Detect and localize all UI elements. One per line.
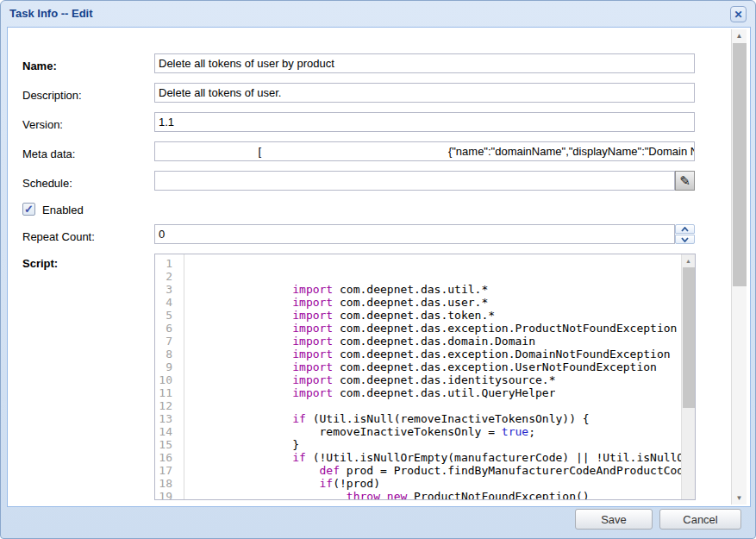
line-number: 16 [155,451,178,464]
code-text: if (Util.isNull(removeInactiveTokensOnly… [184,412,590,425]
line-number: 9 [155,360,178,373]
dialog-scrollbar[interactable]: ▲ ▼ [731,29,747,505]
code-text: if(!prod) [184,477,380,490]
code-text: import com.deepnet.das.domain.Domain [184,335,535,348]
schedule-edit-button[interactable]: ✎ [675,171,695,191]
name-label: Name: [22,60,57,72]
code-text: import com.deepnet.das.identitysource.* [184,373,555,386]
meta-data-input[interactable]: [ {"name":"domainName","displayName":"Do… [154,141,695,161]
line-number: 8 [155,348,178,360]
code-text: import com.deepnet.das.util.QueryHelper [184,386,555,399]
cancel-button[interactable]: Cancel [659,509,741,530]
code-text: import com.deepnet.das.user.* [184,296,488,309]
code-line: 1 [155,257,681,270]
editor-scrollbar[interactable]: ▲ [681,254,695,499]
pencil-icon: ✎ [679,173,690,189]
dialog-titlebar[interactable]: Task Info -- Edit ✕ [1,1,755,27]
code-line: 6 import com.deepnet.das.exception.Produ… [155,322,681,335]
code-line: 16 if (!Util.isNullOrEmpty(manufacturerC… [155,451,681,464]
scroll-up-icon[interactable]: ▲ [682,254,695,266]
code-text: import com.deepnet.das.exception.UserNot… [184,360,657,373]
spinner-up-button[interactable] [675,224,695,234]
code-text: import com.deepnet.das.util.* [184,283,488,296]
code-text: removeInactiveTokensOnly = true; [184,425,535,438]
code-text: import com.deepnet.das.exception.Product… [184,322,677,335]
description-input[interactable]: Delete all tokens of user. [154,83,695,103]
code-line: 11 import com.deepnet.das.util.QueryHelp… [155,386,681,399]
code-text: throw new ProductNotFoundException() [184,490,590,500]
code-text: if (!Util.isNullOrEmpty(manufacturerCode… [184,451,681,464]
line-number: 2 [155,270,178,283]
code-line: 9 import com.deepnet.das.exception.UserN… [155,360,681,373]
code-line: 8 import com.deepnet.das.exception.Domai… [155,348,681,360]
line-number: 1 [155,257,178,270]
editor-scrollbar-thumb[interactable] [683,267,695,408]
line-number: 15 [155,438,178,451]
line-number: 10 [155,373,178,386]
description-label: Description: [22,89,82,102]
line-number: 3 [155,283,178,296]
code-line: 12 [155,399,681,412]
close-button[interactable]: ✕ [730,6,747,22]
spinner-down-button[interactable] [675,235,695,244]
script-lines: 123 import com.deepnet.das.util.*4 impor… [155,257,681,500]
version-input[interactable]: 1.1 [154,112,695,132]
enabled-checkbox[interactable]: ✓ [22,203,35,216]
repeat-count-input[interactable]: 0 [154,224,675,244]
code-line: 19 throw new ProductNotFoundException() [155,490,681,500]
code-line: 2 [155,270,681,283]
line-number: 19 [155,490,178,500]
line-number: 7 [155,335,178,348]
code-text: import com.deepnet.das.token.* [184,309,495,322]
code-text: } [184,438,299,451]
close-icon: ✕ [734,9,742,20]
code-line: 4 import com.deepnet.das.user.* [155,296,681,309]
code-line: 7 import com.deepnet.das.domain.Domain [155,335,681,348]
enabled-label: Enabled [42,204,84,216]
code-line: 18 if(!prod) [155,477,681,490]
schedule-input[interactable] [154,171,675,191]
code-line: 3 import com.deepnet.das.util.* [155,283,681,296]
code-text: import com.deepnet.das.exception.DomainN… [184,348,671,360]
chevron-up-icon [681,227,689,232]
task-info-dialog: Task Info -- Edit ✕ Name: Delete all tok… [0,0,756,539]
scroll-down-icon[interactable]: ▼ [732,492,747,505]
script-label: Script: [22,257,58,270]
code-line: 15 } [155,438,681,451]
line-number: 14 [155,425,178,438]
check-icon: ✓ [24,204,34,215]
line-number: 13 [155,412,178,425]
dialog-footer: Save Cancel [1,505,755,538]
save-button[interactable]: Save [575,509,653,530]
line-number: 18 [155,477,178,490]
line-number: 4 [155,296,178,309]
line-number: 12 [155,399,178,412]
scroll-up-icon[interactable]: ▲ [732,29,747,42]
dialog-title: Task Info -- Edit [9,7,93,20]
chevron-down-icon [681,237,689,242]
repeat-count-spinner [675,224,695,244]
code-line: 10 import com.deepnet.das.identitysource… [155,373,681,386]
dialog-body: Name: Delete all tokens of user by produ… [7,27,751,507]
line-number: 6 [155,322,178,335]
line-number: 5 [155,309,178,322]
script-editor[interactable]: 123 import com.deepnet.das.util.*4 impor… [154,254,696,500]
line-number: 11 [155,386,178,399]
repeat-count-label: Repeat Count: [22,230,95,243]
name-input[interactable]: Delete all tokens of user by product [154,53,695,73]
code-text: def prod = Product.findByManufacturerCod… [184,464,681,477]
schedule-label: Schedule: [22,177,72,190]
code-line: 13 if (Util.isNull(removeInactiveTokensO… [155,412,681,425]
line-number: 17 [155,464,178,477]
meta-data-label: Meta data: [22,147,75,160]
code-line: 14 removeInactiveTokensOnly = true; [155,425,681,438]
code-line: 17 def prod = Product.findByManufacturer… [155,464,681,477]
code-line: 5 import com.deepnet.das.token.* [155,309,681,322]
dialog-scrollbar-thumb[interactable] [733,43,747,286]
version-label: Version: [22,118,63,131]
